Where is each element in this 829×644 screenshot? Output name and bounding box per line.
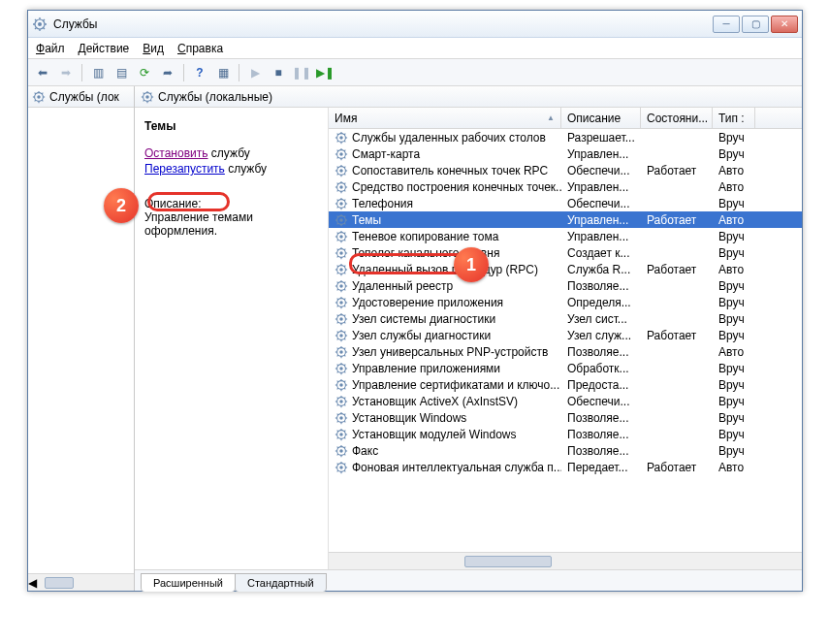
gear-icon (141, 90, 154, 104)
description-text: Управление темами оформления. (144, 210, 318, 238)
table-row[interactable]: ТемыУправлен...РаботаетАвто (329, 211, 802, 228)
column-headers: Имя Описание Состояни... Тип : (329, 108, 802, 129)
col-description[interactable]: Описание (561, 108, 641, 128)
gear-icon (335, 362, 348, 375)
gear-icon (335, 131, 348, 145)
table-row[interactable]: Узел универсальных PNP-устройствПозволяе… (329, 343, 802, 360)
table-row[interactable]: Установщик ActiveX (AxInstSV)Обеспечи...… (329, 393, 802, 409)
gear-icon (335, 279, 348, 293)
window-title: Службы (53, 17, 713, 31)
main-header: Службы (локальные) (135, 86, 802, 108)
table-row[interactable]: Удаленный вызов процедур (RPC)Служба R..… (329, 261, 802, 277)
tree-pane: Службы (лок ◀ (28, 86, 135, 591)
show-hide-action-button[interactable]: ▦ (212, 62, 234, 83)
gear-icon (335, 444, 348, 458)
table-row[interactable]: Удаленный реестрПозволяе...Вруч (329, 277, 802, 294)
menubar: Файл Действие Вид Справка (28, 38, 802, 59)
table-row[interactable]: Теневое копирование томаУправлен...Вруч (329, 228, 802, 244)
toolbar: ⬅ ➡ ▥ ▤ ⟳ ➦ ? ▦ ▶ ■ ❚❚ ▶❚ (28, 59, 802, 86)
col-state[interactable]: Состояни... (641, 108, 713, 128)
main-pane: Службы (локальные) Темы Остановить служб… (135, 86, 802, 591)
gear-icon (335, 230, 348, 243)
gear-icon (335, 461, 348, 474)
properties-button[interactable]: ▤ (111, 62, 132, 83)
gear-icon (335, 197, 348, 210)
tree-root-item[interactable]: Службы (лок (28, 86, 134, 108)
gear-icon (335, 147, 348, 161)
table-row[interactable]: Средство построения конечных точек...Упр… (329, 178, 802, 195)
table-row[interactable]: ФаксПозволяе...Вруч (329, 442, 802, 459)
table-row[interactable]: Управление сертификатами и ключо...Предо… (329, 376, 802, 393)
gear-icon (335, 263, 348, 276)
table-row[interactable]: Узел системы диагностикиУзел сист...Вруч (329, 310, 802, 327)
description-label: Описание: (144, 197, 318, 210)
gear-icon (335, 329, 348, 342)
table-row[interactable]: Управление приложениямиОбработк...Вруч (329, 360, 802, 376)
table-row[interactable]: Установщик модулей WindowsПозволяе...Вру… (329, 426, 802, 442)
menu-file[interactable]: Файл (36, 42, 65, 55)
services-icon (32, 16, 48, 32)
menu-view[interactable]: Вид (143, 42, 164, 55)
view-tabs: Расширенный Стандартный (135, 569, 802, 591)
stop-service-button[interactable]: ■ (268, 62, 289, 83)
gear-icon (335, 180, 348, 194)
show-hide-tree-button[interactable]: ▥ (87, 62, 109, 83)
gear-icon (335, 411, 348, 425)
col-name[interactable]: Имя (329, 108, 561, 128)
back-button[interactable]: ⬅ (32, 62, 53, 83)
table-row[interactable]: Смарт-картаУправлен...Вруч (329, 145, 802, 162)
table-row[interactable]: Сопоставитель конечных точек RPCОбеспечи… (329, 162, 802, 178)
gear-icon (335, 345, 348, 359)
minimize-button[interactable]: ─ (713, 16, 740, 33)
tree-h-scrollbar[interactable]: ◀ (28, 573, 134, 591)
table-row[interactable]: Узел службы диагностикиУзел служ...Работ… (329, 327, 802, 343)
stop-service-link[interactable]: Остановить (144, 146, 208, 160)
tab-standard[interactable]: Стандартный (235, 573, 327, 592)
table-row[interactable]: Тополог канального уровняСоздает к...Вру… (329, 244, 802, 261)
gear-icon (335, 378, 348, 392)
menu-help[interactable]: Справка (177, 42, 223, 55)
gear-icon (335, 428, 348, 441)
gear-icon (335, 213, 348, 227)
col-type[interactable]: Тип : (713, 108, 755, 128)
titlebar[interactable]: Службы ─ ▢ ✕ (28, 11, 802, 38)
gear-icon (32, 90, 46, 104)
selected-service-name: Темы (144, 119, 318, 133)
description-pane: Темы Остановить службу Перезапустить слу… (135, 108, 329, 569)
maximize-button[interactable]: ▢ (742, 16, 769, 33)
table-row[interactable]: Удостоверение приложенияОпределя...Вруч (329, 294, 802, 310)
start-service-button[interactable]: ▶ (244, 62, 266, 83)
gear-icon (335, 246, 348, 260)
menu-action[interactable]: Действие (79, 42, 130, 55)
restart-service-link[interactable]: Перезапустить (144, 162, 225, 176)
help-button[interactable]: ? (189, 62, 210, 83)
table-row[interactable]: Фоновая интеллектуальная служба п...Пере… (329, 459, 802, 475)
gear-icon (335, 296, 348, 309)
export-button[interactable]: ➦ (157, 62, 178, 83)
pause-service-button[interactable]: ❚❚ (291, 62, 312, 83)
refresh-button[interactable]: ⟳ (134, 62, 155, 83)
tab-extended[interactable]: Расширенный (141, 573, 236, 592)
services-list: Имя Описание Состояни... Тип : Службы уд… (329, 108, 802, 569)
forward-button[interactable]: ➡ (55, 62, 77, 83)
table-row[interactable]: ТелефонияОбеспечи...Вруч (329, 195, 802, 211)
table-row[interactable]: Службы удаленных рабочих столовРазрешает… (329, 129, 802, 145)
gear-icon (335, 312, 348, 326)
services-window: Службы ─ ▢ ✕ Файл Действие Вид Справка ⬅… (27, 10, 803, 592)
table-row[interactable]: Установщик WindowsПозволяе...Вруч (329, 409, 802, 426)
close-button[interactable]: ✕ (771, 16, 798, 33)
gear-icon (335, 164, 348, 177)
list-h-scrollbar[interactable] (329, 552, 802, 569)
gear-icon (335, 395, 348, 408)
restart-service-button[interactable]: ▶❚ (314, 62, 335, 83)
